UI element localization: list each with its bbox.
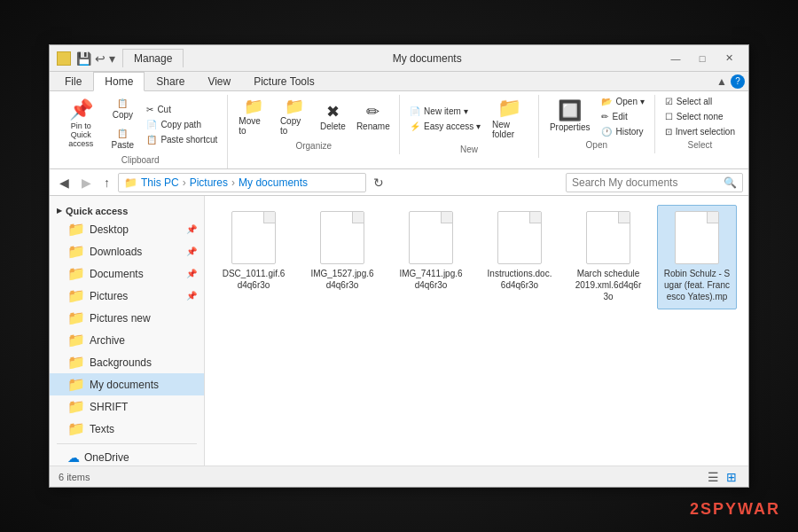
history-button[interactable]: 🕐 History <box>597 125 648 138</box>
new-folder-button[interactable]: 📁 New folder <box>487 95 533 143</box>
search-input[interactable] <box>572 176 724 189</box>
breadcrumb[interactable]: 📁 This PC › Pictures › My documents <box>118 173 366 192</box>
pin-to-quick-access-button[interactable]: 📌 Pin to Quickaccess <box>59 97 103 152</box>
copy-button[interactable]: 📋 Copy <box>105 95 140 123</box>
tab-view[interactable]: View <box>196 72 242 90</box>
watermark-prefix: 2 <box>690 500 700 518</box>
pin-icon: 📌 <box>186 224 197 234</box>
file-icon <box>316 211 369 264</box>
delete-icon: ✖ <box>326 104 340 120</box>
easy-access-button[interactable]: ⚡ Easy access ▾ <box>405 120 485 133</box>
sidebar-item-pictures-new[interactable]: 📁 Pictures new <box>50 307 204 329</box>
ribbon-help-icon[interactable]: ? <box>731 74 745 89</box>
doc-icon <box>497 211 542 264</box>
new-item-icon: 📄 <box>410 106 420 116</box>
cut-button[interactable]: ✂ Cut <box>142 103 222 116</box>
file-name: March schedule 2019.xml.6d4q6r3o <box>575 268 642 302</box>
list-view-button[interactable]: ☰ <box>705 469 722 485</box>
properties-icon: 🔲 <box>558 101 582 121</box>
copy-to-icon: 📁 <box>285 98 304 114</box>
file-name: Instructions.doc.6d4q6r3o <box>486 268 553 291</box>
file-item-robin-schulz[interactable]: Robin Schulz - Sugar (feat. Francesco Ya… <box>657 205 737 309</box>
paste-shortcut-icon: 📋 <box>146 135 157 145</box>
select-label: Select <box>661 140 739 150</box>
sidebar-item-backgrounds[interactable]: 📁 Backgrounds <box>50 351 204 373</box>
copy-icon: 📋 <box>117 98 128 108</box>
copy-to-button[interactable]: 📁 Copy to <box>275 95 314 139</box>
folder-icon: 📁 <box>67 354 85 371</box>
open-button[interactable]: 📂 Open ▾ <box>597 95 648 108</box>
tab-home[interactable]: Home <box>93 72 145 91</box>
file-item-instructions[interactable]: Instructions.doc.6d4q6r3o <box>480 205 559 309</box>
folder-icon: 📁 <box>67 265 85 282</box>
folder-icon: 📁 <box>67 309 85 326</box>
select-buttons: ☑ Select all ☐ Select none ⊡ Invert sele… <box>661 95 739 138</box>
sidebar-item-texts[interactable]: 📁 Texts <box>50 418 204 440</box>
move-to-button[interactable]: 📁 Move to <box>233 95 273 139</box>
tab-picture-tools[interactable]: Picture Tools <box>242 72 325 90</box>
file-name: Robin Schulz - Sugar (feat. Francesco Ya… <box>663 268 731 303</box>
history-icon: 🕐 <box>601 127 612 137</box>
delete-button[interactable]: ✖ Delete <box>315 100 350 135</box>
open-buttons: 🔲 Properties 📂 Open ▾ ✏ Edit 🕐 History <box>544 95 649 138</box>
sidebar-item-desktop[interactable]: 📁 Desktop 📌 <box>50 218 204 240</box>
clipboard-group: 📌 Pin to Quickaccess 📋 Copy 📋 Paste <box>53 95 228 168</box>
quick-dropdown-icon[interactable]: ▾ <box>109 51 115 66</box>
invert-selection-button[interactable]: ⊡ Invert selection <box>661 125 739 138</box>
quick-save-icon[interactable]: 💾 <box>76 51 91 66</box>
search-icon[interactable]: 🔍 <box>724 176 737 189</box>
quick-access-expand-icon[interactable]: ▸ <box>57 205 62 216</box>
select-none-button[interactable]: ☐ Select none <box>661 110 739 123</box>
file-icon <box>493 211 546 264</box>
close-button[interactable]: ✕ <box>716 50 741 67</box>
folder-icon: 📁 <box>67 420 85 437</box>
statusbar: 6 items ☰ ⊞ <box>50 466 748 487</box>
select-group: ☑ Select all ☐ Select none ⊡ Invert sele… <box>655 95 745 153</box>
up-button[interactable]: ↑ <box>99 174 114 192</box>
sidebar-item-pictures[interactable]: 📁 Pictures 📌 <box>50 285 204 307</box>
breadcrumb-folder-icon: 📁 <box>124 176 137 189</box>
folder-icon: 📁 <box>67 332 85 348</box>
titlebar: 💾 ↩ ▾ Manage My documents — □ ✕ <box>50 45 748 72</box>
edit-button[interactable]: ✏ Edit <box>597 110 648 123</box>
quick-access-toolbar: 💾 ↩ ▾ <box>76 51 115 66</box>
sidebar-item-shrift[interactable]: 📁 SHRIFT <box>50 395 204 418</box>
manage-tab[interactable]: Manage <box>122 49 184 67</box>
file-item-img1527[interactable]: IMG_1527.jpg.6d4q6r3o <box>302 205 382 309</box>
sidebar-item-documents[interactable]: 📁 Documents 📌 <box>50 262 204 285</box>
watermark-suffix: WAR <box>738 500 780 518</box>
sidebar-item-mydocuments[interactable]: 📁 My documents <box>50 373 204 395</box>
file-item-img7411[interactable]: IMG_7411.jpg.6d4q6r3o <box>391 205 471 309</box>
breadcrumb-thispc[interactable]: This PC <box>141 176 179 189</box>
refresh-button[interactable]: ↻ <box>370 174 387 192</box>
paste-button[interactable]: 📋 Paste <box>105 125 140 153</box>
paste-shortcut-button[interactable]: 📋 Paste shortcut <box>142 133 222 146</box>
tab-file[interactable]: File <box>53 72 93 90</box>
forward-button[interactable]: ▶ <box>77 174 96 192</box>
sidebar-item-onedrive[interactable]: ☁ OneDrive <box>50 448 204 466</box>
ribbon-collapse-icon[interactable]: ▲ <box>716 75 727 88</box>
copy-path-button[interactable]: 📄 Copy path <box>142 118 222 131</box>
back-button[interactable]: ◀ <box>55 174 74 192</box>
folder-icon: 📁 <box>67 398 85 415</box>
maximize-button[interactable]: □ <box>690 50 715 67</box>
quick-undo-icon[interactable]: ↩ <box>95 51 106 66</box>
open-group: 🔲 Properties 📂 Open ▾ ✏ Edit 🕐 History <box>539 95 655 153</box>
sidebar-item-downloads[interactable]: 📁 Downloads 📌 <box>50 240 204 262</box>
rename-button[interactable]: ✏ Rename <box>352 100 394 135</box>
new-item-button[interactable]: 📄 New item ▾ <box>405 105 485 118</box>
quick-access-title: ▸ Quick access <box>50 201 204 218</box>
item-count: 6 items <box>59 472 90 482</box>
folder-icon: 📁 <box>67 376 85 393</box>
file-item-march-schedule[interactable]: March schedule 2019.xml.6d4q6r3o <box>568 205 648 309</box>
breadcrumb-pictures[interactable]: Pictures <box>190 176 228 189</box>
breadcrumb-mydocuments[interactable]: My documents <box>239 176 308 189</box>
grid-view-button[interactable]: ⊞ <box>724 469 739 485</box>
minimize-button[interactable]: — <box>663 50 688 67</box>
file-item-dsc1011[interactable]: DSC_1011.gif.6d4q6r3o <box>214 205 293 309</box>
properties-button[interactable]: 🔲 Properties <box>544 98 596 136</box>
select-all-button[interactable]: ☑ Select all <box>661 95 739 108</box>
sidebar-item-archive[interactable]: 📁 Archive <box>50 329 204 351</box>
doc-icon <box>675 211 719 264</box>
tab-share[interactable]: Share <box>145 72 196 90</box>
